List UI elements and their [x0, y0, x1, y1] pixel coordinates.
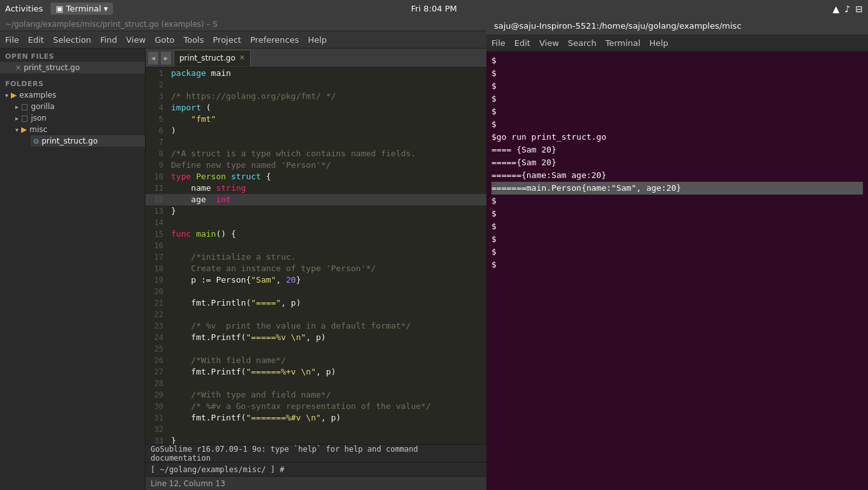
code-line-10: 10 type Person struct {: [146, 171, 486, 182]
chevron-down-icon-misc: ▾: [15, 126, 19, 133]
code-line-31: 31 fmt.Printf("=======%#v \n", p): [146, 412, 486, 424]
terminal-output-2: ====={Sam 20}: [491, 156, 863, 169]
terminal-output-1: ==== {Sam 20}: [491, 144, 863, 156]
terminal-line-3: $: [491, 80, 863, 93]
code-line-29: 29 /*With type and field name*/: [146, 389, 486, 401]
menu-preferences[interactable]: Preferences: [250, 35, 299, 45]
file-icon-small: ⊙: [33, 137, 39, 145]
tab-label: print_struct.go: [179, 54, 236, 63]
system-bar-left: Activities ▣ Terminal ▾: [5, 3, 113, 15]
terminal-line-2: $: [491, 67, 863, 80]
code-line-26: 26 /*With field name*/: [146, 355, 486, 366]
system-bar-right: ▲ ♪ ⊟: [833, 4, 863, 14]
code-line-19: 19 p := Person{"Sam", 20}: [146, 274, 486, 286]
menu-project[interactable]: Project: [213, 35, 241, 45]
terminal-line-10: $: [491, 233, 863, 246]
code-line-32: 32: [146, 424, 486, 435]
folder-misc[interactable]: ▾ ▶ misc: [10, 124, 145, 135]
folder-icon-json: □: [21, 114, 28, 122]
code-line-33: 33 }: [146, 435, 486, 444]
terminal-content[interactable]: $ $ $ $ $ $ $go run print_struct.go ====…: [486, 52, 868, 490]
terminal-line-6: $: [491, 118, 863, 131]
terminal-line-1: $: [491, 54, 863, 67]
code-line-9: 9 Define new type named 'Person'*/: [146, 160, 486, 171]
code-line-16: 16: [146, 240, 486, 251]
terminal-line-4: $: [491, 93, 863, 105]
folder-examples-label: examples: [19, 91, 56, 100]
code-line-20: 20: [146, 286, 486, 297]
code-line-30: 30 /* %#v a Go-syntax representation of …: [146, 401, 486, 412]
settings-icon: ⊟: [855, 4, 863, 14]
code-line-24: 24 fmt.Printf("=====%v \n", p): [146, 332, 486, 343]
gosublime-text: GoSublime r16.07.09-1 9o: type `help` fo…: [151, 445, 481, 463]
tab-print-struct[interactable]: print_struct.go ✕: [174, 50, 251, 66]
terminal-icon: ▣: [56, 4, 63, 13]
tab-nav-next[interactable]: ▸: [161, 52, 171, 64]
menu-edit[interactable]: Edit: [28, 35, 44, 45]
code-area[interactable]: 1 package main 2 3 /* https://golang.org…: [146, 68, 486, 444]
code-line-28: 28: [146, 378, 486, 389]
code-line-27: 27 fmt.Printf("======%+v \n", p): [146, 366, 486, 378]
folder-gorilla[interactable]: ▸ □ gorilla: [10, 101, 145, 112]
sidebar-open-files-label: OPEN FILES: [0, 48, 145, 62]
code-line-1: 1 package main: [146, 68, 486, 79]
folder-json[interactable]: ▸ □ json: [10, 112, 145, 124]
folder-examples[interactable]: ▾ ▶ examples: [0, 89, 145, 101]
code-line-13: 13 }: [146, 205, 486, 217]
terminal-area: saju@saju-Inspiron-5521:/home/saju/golan…: [486, 17, 868, 490]
term-menu-file[interactable]: File: [491, 38, 505, 48]
code-line-2: 2: [146, 79, 486, 91]
sidebar-file-print-struct[interactable]: ✕ print_struct.go: [0, 62, 145, 73]
terminal-line-cursor: $: [491, 258, 863, 271]
terminal-app-label[interactable]: ▣ Terminal ▾: [50, 3, 113, 15]
tab-nav-prev[interactable]: ◂: [148, 52, 158, 64]
wifi-icon: ▲: [833, 4, 840, 14]
term-menu-edit[interactable]: Edit: [514, 38, 530, 48]
terminal-output-3: ======{name:Sam age:20}: [491, 169, 863, 182]
file-print-struct-sidebar[interactable]: ⊙ print_struct.go: [31, 135, 145, 147]
code-line-17: 17 /*initialize a struc.: [146, 251, 486, 263]
menu-find[interactable]: Find: [100, 35, 117, 45]
term-menu-search[interactable]: Search: [568, 38, 597, 48]
code-line-6: 6 ): [146, 125, 486, 137]
term-menu-terminal[interactable]: Terminal: [605, 38, 640, 48]
tab-bar: ◂ ▸ print_struct.go ✕: [146, 48, 486, 68]
open-file-name: print_struct.go: [24, 63, 80, 72]
folder-icon: ▶: [11, 91, 17, 100]
menu-goto[interactable]: Goto: [154, 35, 174, 45]
activities-label[interactable]: Activities: [5, 4, 43, 13]
sidebar-folders-label: FOLDERS: [0, 76, 145, 89]
code-line-14: 14: [146, 217, 486, 228]
file-icon: ✕: [15, 64, 21, 72]
menu-file[interactable]: File: [5, 35, 19, 45]
code-line-4: 4 import (: [146, 102, 486, 114]
tab-close-icon[interactable]: ✕: [239, 54, 245, 62]
system-bar: Activities ▣ Terminal ▾ Fri 8:04 PM ▲ ♪ …: [0, 0, 868, 17]
chevron-right-icon: ▸: [15, 103, 19, 110]
menu-view[interactable]: View: [126, 35, 146, 45]
terminal-output-4: =======main.Person{name:"Sam", age:20}: [491, 182, 863, 195]
terminal-line-command: $go run print_struct.go: [491, 131, 863, 144]
menu-selection[interactable]: Selection: [53, 35, 91, 45]
folder-gorilla-label: gorilla: [31, 102, 54, 111]
code-line-22: 22: [146, 309, 486, 320]
main-layout: ~/golang/examples/misc/print_struct.go (…: [0, 17, 868, 490]
editor-titlebar: ~/golang/examples/misc/print_struct.go (…: [0, 17, 486, 31]
sidebar: OPEN FILES ✕ print_struct.go FOLDERS ▾ ▶…: [0, 48, 146, 490]
folder-json-label: json: [31, 114, 47, 122]
terminal-line-9: $: [491, 220, 863, 233]
editor-area: ~/golang/examples/misc/print_struct.go (…: [0, 17, 486, 490]
code-line-25: 25: [146, 343, 486, 355]
chevron-down-icon: ▾: [5, 92, 8, 99]
term-menu-help[interactable]: Help: [649, 38, 668, 48]
term-menu-view[interactable]: View: [539, 38, 559, 48]
misc-children: ⊙ print_struct.go: [10, 135, 145, 147]
terminal-line-8: $: [491, 207, 863, 220]
terminal-title: saju@saju-Inspiron-5521:/home/saju/golan…: [494, 21, 742, 31]
menu-tools[interactable]: Tools: [183, 35, 204, 45]
menu-help[interactable]: Help: [308, 35, 327, 45]
terminal-line-7: $: [491, 195, 863, 207]
terminal-line-11: $: [491, 246, 863, 258]
folder-icon-gorilla: □: [21, 102, 28, 111]
editor-bottom-terminal[interactable]: [ ~/golang/examples/misc/ ] #: [146, 462, 486, 476]
